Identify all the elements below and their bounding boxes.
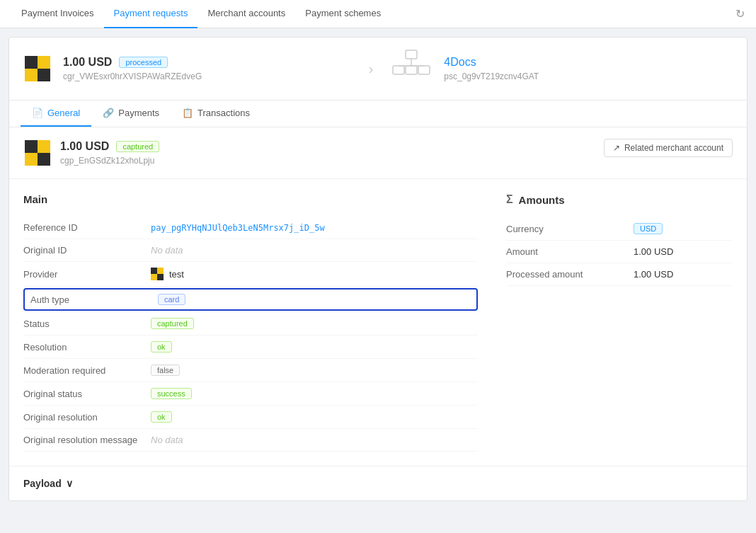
table-icon: 📋 [182, 108, 193, 118]
provider-logo-icon [151, 268, 164, 280]
payment-ref-id: cgp_EnGSdZk12xhoLpju [60, 156, 159, 166]
amount-value: 1.00 USD [634, 246, 673, 257]
resolution-value: ok [151, 341, 172, 353]
auth-type-value: card [158, 294, 185, 305]
svg-rect-17 [157, 274, 164, 280]
amounts-section: Σ Amounts Currency USD Amount 1.00 USD P… [506, 193, 733, 452]
svg-rect-13 [38, 153, 50, 166]
header-section: 1.00 USD processed cgr_VWEsxr0hrXVISPAWa… [9, 38, 747, 101]
app-container: Payment Invoices Payment requests Mercha… [0, 0, 756, 533]
link-icon: 🔗 [103, 108, 114, 118]
header-info: 1.00 USD processed cgr_VWEsxr0hrXVISPAWa… [63, 56, 352, 81]
doc-icon: 📄 [32, 108, 43, 118]
main-content-card: 1.00 USD processed cgr_VWEsxr0hrXVISPAWa… [8, 37, 748, 501]
tab-general[interactable]: 📄 General [21, 101, 91, 127]
payload-section: Payload ∨ [9, 466, 747, 500]
field-amount: Amount 1.00 USD [506, 241, 733, 263]
original-resolution-value: ok [151, 411, 172, 423]
merchant-info: 4Docs psc_0g9vT219zcnv4GAT [444, 56, 733, 81]
reference-id-value: pay_pgRYHqNJUlQeb3LeN5Mrsx7j_iD_5w [151, 223, 325, 233]
payment-logo [23, 139, 52, 167]
payload-title[interactable]: Payload ∨ [23, 478, 733, 489]
svg-rect-15 [157, 268, 164, 274]
tab-payments[interactable]: 🔗 Payments [91, 101, 171, 127]
payment-row: 1.00 USD captured cgp_EnGSdZk12xhoLpju ↗… [9, 127, 747, 179]
field-auth-type: Auth type card [23, 288, 478, 311]
payment-status-badge: captured [116, 141, 159, 152]
svg-rect-16 [151, 274, 157, 280]
moderation-value: false [151, 365, 180, 376]
chevron-down-icon: ∨ [66, 478, 73, 489]
svg-rect-4 [406, 50, 417, 59]
svg-rect-8 [406, 66, 417, 74]
field-resolution: Resolution ok [23, 336, 478, 359]
related-merchant-account-button[interactable]: ↗ Related merchant account [604, 139, 733, 157]
test-logo-icon [25, 56, 50, 81]
svg-rect-1 [38, 56, 50, 69]
field-status: Status captured [23, 312, 478, 336]
svg-rect-2 [25, 69, 38, 81]
field-moderation: Moderation required false [23, 359, 478, 382]
field-provider: Provider test [23, 262, 478, 287]
field-original-status: Original status success [23, 382, 478, 406]
header-amount: 1.00 USD [63, 56, 112, 69]
field-currency: Currency USD [506, 217, 733, 241]
external-link-icon: ↗ [613, 143, 620, 153]
original-resolution-message-value: No data [151, 435, 183, 445]
tab-transactions[interactable]: 📋 Transactions [171, 101, 261, 127]
main-section-title: Main [23, 193, 478, 205]
header-reference-id: cgr_VWEsxr0hrXVISPAWaRZEdveG [63, 71, 352, 81]
arrow-separator: › [369, 61, 374, 77]
nav-item-payment-schemes[interactable]: Payment schemes [295, 0, 391, 28]
field-processed-amount: Processed amount 1.00 USD [506, 263, 733, 286]
svg-rect-0 [25, 56, 38, 69]
field-original-resolution-message: Original resolution message No data [23, 429, 478, 452]
nav-item-payment-invoices[interactable]: Payment Invoices [11, 0, 104, 28]
nav-item-payment-requests[interactable]: Payment requests [104, 0, 198, 28]
refresh-icon[interactable]: ↻ [735, 7, 745, 21]
content-body: Main Reference ID pay_pgRYHqNJUlQeb3LeN5… [9, 179, 747, 466]
original-status-value: success [151, 388, 192, 399]
logo-badge [23, 55, 52, 83]
svg-rect-12 [25, 153, 38, 166]
status-value: captured [151, 318, 194, 329]
payment-amount: 1.00 USD [60, 140, 109, 153]
original-id-value: No data [151, 245, 183, 256]
field-reference-id: Reference ID pay_pgRYHqNJUlQeb3LeN5Mrsx7… [23, 217, 478, 239]
svg-rect-3 [38, 69, 50, 81]
svg-rect-9 [418, 66, 430, 74]
field-original-id: Original ID No data [23, 239, 478, 262]
processed-amount-value: 1.00 USD [634, 269, 673, 280]
network-icon [390, 49, 433, 88]
currency-value: USD [634, 223, 663, 234]
svg-rect-14 [151, 268, 157, 274]
header-status-badge: processed [119, 57, 168, 68]
merchant-name[interactable]: 4Docs [444, 56, 733, 69]
field-original-resolution: Original resolution ok [23, 406, 478, 429]
nav-item-merchant-accounts[interactable]: Merchant accounts [197, 0, 295, 28]
merchant-id: psc_0g9vT219zcnv4GAT [444, 71, 733, 81]
amounts-section-title: Σ Amounts [506, 193, 733, 206]
provider-value: test [151, 268, 184, 280]
svg-rect-7 [393, 66, 404, 74]
sigma-icon: Σ [506, 193, 513, 206]
svg-rect-10 [25, 140, 38, 153]
tabs-row: 📄 General 🔗 Payments 📋 Transactions [9, 101, 747, 127]
main-section: Main Reference ID pay_pgRYHqNJUlQeb3LeN5… [23, 193, 478, 452]
top-nav: Payment Invoices Payment requests Mercha… [0, 0, 756, 28]
svg-rect-11 [38, 140, 50, 153]
